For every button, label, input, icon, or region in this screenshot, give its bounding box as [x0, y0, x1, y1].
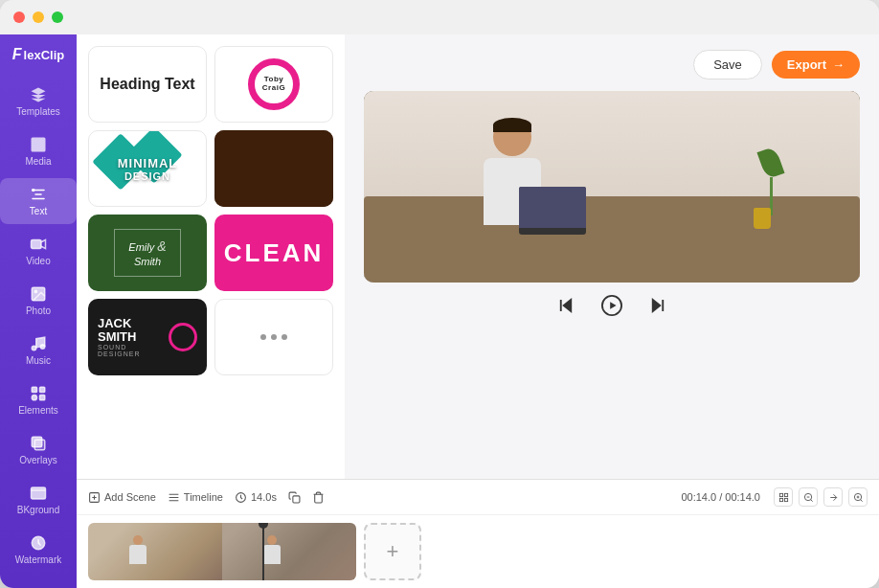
sidebar-item-photo[interactable]: Photo — [0, 278, 77, 324]
template-card-minimal[interactable]: MINIMAL DESIGN — [88, 130, 207, 207]
duration-label: 14.0s — [251, 491, 277, 503]
content-area: Heading Text Toby CraiG — [77, 34, 879, 479]
thumbnail-1 — [88, 523, 222, 580]
preview-area: Save Export → — [345, 34, 879, 479]
sidebar-label-photo: Photo — [26, 305, 51, 316]
svg-rect-9 — [32, 240, 42, 249]
logo-text: lexClip — [24, 48, 65, 62]
svg-rect-17 — [40, 396, 45, 400]
zoom-arrow-button[interactable] — [823, 487, 843, 507]
sidebar-item-watermark[interactable]: Watermark — [0, 527, 77, 573]
sidebar-label-video: Video — [26, 256, 50, 266]
dot-3 — [282, 334, 287, 340]
sidebar-item-media[interactable]: Media — [0, 128, 77, 174]
timeline-area: Add Scene Timeline — [77, 479, 879, 588]
template-card-unique[interactable]: UNIQUE & PERFECT UNIQUE STYLE — [214, 130, 333, 207]
person-hair — [493, 118, 531, 132]
bg-couch — [364, 196, 860, 283]
timeline-duration: 14.0s — [235, 491, 277, 504]
unique-content: UNIQUE & PERFECT UNIQUE STYLE — [215, 156, 331, 182]
timeline-icon — [168, 491, 180, 504]
minimize-button[interactable] — [33, 11, 44, 23]
skip-forward-icon — [649, 297, 666, 314]
sidebar-label-music: Music — [26, 355, 51, 366]
laptop — [519, 187, 586, 235]
add-scene-label: Add Scene — [104, 491, 156, 503]
thumb-person-1 — [128, 535, 147, 569]
svg-rect-36 — [779, 493, 782, 496]
play-button[interactable] — [598, 292, 625, 319]
track-thumbnails[interactable] — [88, 523, 356, 580]
sidebar-label-text: Text — [30, 206, 47, 216]
zoom-out-button[interactable] — [799, 487, 818, 507]
app-window: F lexClip Templates Media Text Video — [0, 0, 879, 588]
export-label: Export — [787, 57, 826, 72]
timeline-button[interactable]: Timeline — [168, 491, 223, 504]
svg-line-41 — [810, 499, 812, 501]
svg-point-16 — [32, 396, 36, 400]
thumbnail-2 — [222, 523, 356, 580]
arrow-icon — [828, 492, 839, 503]
sidebar-label-bkground: BKground — [17, 505, 59, 515]
jack-circle — [169, 323, 197, 351]
delete-button[interactable] — [312, 491, 325, 504]
skip-back-button[interactable] — [552, 292, 579, 319]
template-card-more[interactable] — [214, 299, 333, 375]
svg-point-11 — [34, 290, 36, 292]
fit-button[interactable] — [774, 487, 793, 507]
svg-marker-22 — [564, 300, 572, 311]
sidebar-item-templates[interactable]: Templates — [0, 79, 77, 124]
export-arrow-icon: → — [832, 57, 845, 72]
cup — [754, 208, 771, 229]
maximize-button[interactable] — [52, 11, 63, 23]
music-icon — [30, 335, 47, 352]
photo-icon — [30, 285, 47, 303]
close-button[interactable] — [13, 11, 25, 23]
add-clip-button[interactable]: + — [364, 523, 421, 580]
sidebar-item-music[interactable]: Music — [0, 328, 77, 373]
video-scene — [364, 91, 860, 283]
sidebar-item-video[interactable]: Video — [0, 228, 77, 274]
timeline-track: + — [77, 515, 879, 588]
template-card-emily[interactable]: Emily & Smith — [88, 215, 207, 291]
sidebar-label-elements: Elements — [18, 405, 58, 416]
jack-name: JACK SMITH — [98, 317, 161, 345]
svg-rect-39 — [784, 498, 787, 501]
jack-content: JACK SMITH SOUND DESIGNER — [88, 307, 207, 368]
unique-label: UNIQUE STYLE — [215, 167, 331, 182]
template-card-jack[interactable]: JACK SMITH SOUND DESIGNER — [88, 299, 207, 375]
svg-rect-14 — [32, 387, 36, 392]
copy-button[interactable] — [288, 491, 301, 504]
video-preview — [364, 91, 860, 283]
svg-line-45 — [860, 499, 862, 501]
sidebar-item-elements[interactable]: Elements — [0, 377, 77, 423]
svg-rect-15 — [40, 387, 45, 392]
playhead[interactable] — [262, 523, 264, 580]
plant-leaves — [756, 148, 785, 177]
elements-icon — [30, 385, 47, 402]
thumb-person-2 — [262, 535, 282, 569]
sidebar-item-overlays[interactable]: Overlays — [0, 427, 77, 473]
thumb-body-2 — [263, 545, 281, 564]
emily-border: Emily & Smith — [114, 229, 180, 277]
logo-letter: F — [12, 46, 22, 63]
app-logo: F lexClip — [12, 46, 64, 63]
sidebar-item-bkground[interactable]: BKground — [0, 477, 77, 523]
save-button[interactable]: Save — [693, 50, 762, 79]
sidebar-label-overlays: Overlays — [19, 455, 56, 465]
plant — [756, 148, 785, 206]
add-scene-button[interactable]: Add Scene — [88, 491, 156, 504]
zoom-in-button[interactable] — [848, 487, 868, 507]
template-card-clean[interactable]: CLEAN — [214, 215, 333, 291]
svg-rect-35 — [293, 495, 300, 502]
template-card-heading[interactable]: Heading Text — [88, 46, 207, 123]
template-card-toby[interactable]: Toby CraiG — [214, 46, 333, 123]
skip-forward-button[interactable] — [644, 292, 671, 319]
film-icon — [30, 136, 47, 153]
export-button[interactable]: Export → — [772, 51, 860, 79]
svg-rect-20 — [32, 487, 46, 499]
sidebar-item-text[interactable]: Text — [0, 178, 77, 224]
add-scene-icon — [88, 491, 101, 504]
svg-marker-26 — [653, 300, 661, 311]
copy-icon — [288, 491, 301, 504]
